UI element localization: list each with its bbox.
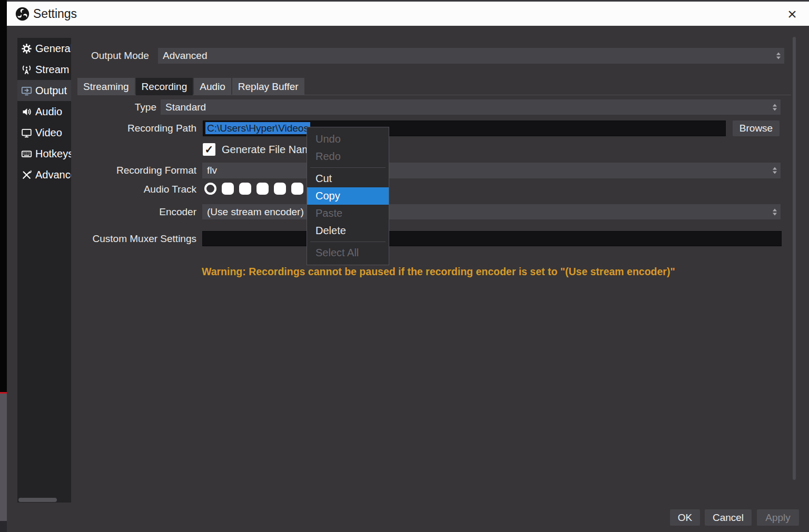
sidebar-item-hotkeys[interactable]: Hotkeys (17, 143, 71, 164)
output-mode-value: Advanced (163, 50, 208, 61)
menu-item-cut[interactable]: Cut (307, 170, 389, 187)
speaker-icon (21, 106, 32, 117)
audio-track-5-radio[interactable] (274, 183, 286, 195)
menu-item-select-all: Select All (307, 244, 389, 262)
menu-item-undo: Undo (307, 131, 389, 148)
generate-file-name-checkbox[interactable]: ✓ (203, 143, 215, 156)
sidebar-item-advanced[interactable]: Advanced (17, 164, 71, 185)
custom-muxer-label: Custom Muxer Settings (74, 231, 196, 247)
background-app-dark-area (0, 0, 7, 392)
gear-icon (21, 43, 32, 54)
tab-audio[interactable]: Audio (194, 78, 231, 95)
output-tabs: Streaming Recording Audio Replay Buffer (77, 78, 305, 95)
menu-item-paste: Paste (307, 205, 389, 222)
sidebar-item-label: Output (35, 85, 67, 97)
monitor-icon (21, 127, 32, 138)
encoder-value: (Use stream encoder) (207, 206, 304, 217)
type-value: Standard (165, 102, 206, 113)
menu-item-delete[interactable]: Delete (307, 222, 389, 239)
text-context-menu: Undo Redo Cut Copy Paste Delete Select A… (307, 127, 389, 265)
sidebar-item-general[interactable]: General (17, 38, 71, 59)
recording-path-selected-text: C:\Users\Hyper\Videos (205, 122, 310, 134)
titlebar[interactable]: Settings × (7, 2, 809, 26)
menu-item-copy[interactable]: Copy (307, 187, 389, 205)
audio-track-4-radio[interactable] (256, 183, 269, 195)
type-select[interactable]: Standard (161, 99, 781, 115)
sidebar-item-label: Hotkeys (35, 148, 71, 160)
encoder-label: Encoder (74, 204, 196, 220)
output-mode-select[interactable]: Advanced (158, 48, 784, 64)
tab-streaming[interactable]: Streaming (77, 78, 135, 95)
recording-path-input[interactable]: C:\Users\Hyper\Videos (203, 121, 726, 136)
keyboard-icon (21, 148, 32, 159)
sidebar-item-stream[interactable]: Stream (17, 59, 71, 80)
menu-item-redo: Redo (307, 148, 389, 165)
type-label: Type (54, 99, 156, 115)
menu-separator (310, 167, 386, 168)
recording-path-label: Recording Path (74, 121, 196, 136)
sidebar-item-label: Advanced (35, 169, 71, 181)
sidebar-item-label: Video (35, 127, 62, 139)
checkmark-icon: ✓ (205, 143, 214, 156)
background-app-bottom-area (0, 521, 7, 532)
browse-button[interactable]: Browse (733, 121, 780, 136)
custom-muxer-input[interactable] (202, 231, 782, 246)
window-title: Settings (33, 7, 77, 21)
sidebar-scrollbar-handle[interactable] (18, 498, 57, 502)
spinner-arrows-icon (773, 104, 777, 111)
spinner-arrows-icon (773, 167, 777, 174)
antenna-icon (21, 64, 32, 75)
output-icon (21, 85, 32, 96)
background-app-edge (0, 0, 7, 532)
sidebar-item-label: General (35, 43, 71, 55)
cancel-button[interactable]: Cancel (705, 509, 752, 526)
sidebar-item-video[interactable]: Video (17, 122, 71, 143)
recording-format-label: Recording Format (74, 163, 196, 178)
audio-track-6-radio[interactable] (291, 183, 303, 195)
sidebar-item-output[interactable]: Output (17, 80, 71, 101)
tools-icon (21, 169, 32, 180)
menu-separator (310, 242, 386, 242)
ok-button[interactable]: OK (670, 509, 700, 526)
output-mode-label: Output Mode (91, 48, 149, 64)
settings-scrollbar-handle[interactable] (793, 37, 796, 480)
audio-track-3-radio[interactable] (239, 183, 251, 195)
pause-warning-text: Warning: Recordings cannot be paused if … (202, 266, 675, 278)
audio-track-2-radio[interactable] (222, 183, 234, 195)
tab-replay-buffer[interactable]: Replay Buffer (232, 78, 304, 95)
close-icon[interactable]: × (783, 5, 802, 24)
recording-format-select[interactable]: flv (202, 163, 781, 178)
obs-logo-icon (15, 7, 29, 21)
recording-format-value: flv (207, 165, 217, 176)
sidebar-item-label: Stream (35, 64, 69, 76)
background-app-gray-area (0, 394, 7, 521)
encoder-select[interactable]: (Use stream encoder) (202, 204, 781, 219)
spinner-arrows-icon (773, 208, 777, 215)
audio-track-label: Audio Track (74, 182, 196, 197)
tab-recording[interactable]: Recording (136, 78, 193, 95)
spinner-arrows-icon (776, 53, 781, 59)
audio-track-1-radio[interactable] (204, 183, 216, 195)
apply-button[interactable]: Apply (757, 509, 799, 526)
audio-track-options (204, 183, 303, 195)
generate-file-name-label: Generate File Nam (222, 143, 311, 156)
